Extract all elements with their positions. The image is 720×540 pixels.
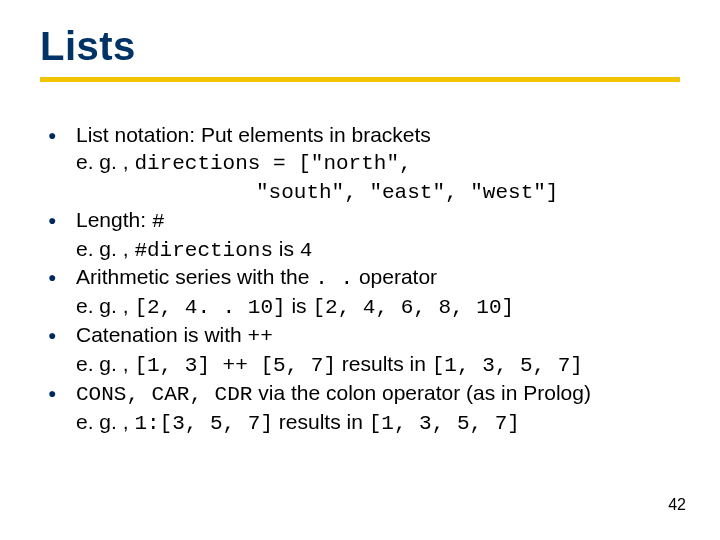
bullet-icon: ● bbox=[44, 322, 76, 348]
item-text: Catenation is with ++ bbox=[76, 322, 273, 351]
title-underline bbox=[40, 77, 680, 82]
bullet-icon: ● bbox=[44, 264, 76, 290]
bullet-icon: ● bbox=[44, 122, 76, 148]
text: Catenation is with bbox=[76, 323, 248, 346]
list-item-example: e. g. , [2, 4. . 10] is [2, 4, 6, 8, 10] bbox=[44, 293, 680, 322]
eg-prefix: e. g. , bbox=[76, 410, 134, 433]
code: [1, 3] ++ [5, 7] bbox=[134, 354, 336, 377]
list-item: ● CONS, CAR, CDR via the colon operator … bbox=[44, 380, 680, 409]
item-text: e. g. , [2, 4. . 10] is [2, 4, 6, 8, 10] bbox=[76, 293, 514, 322]
eg-prefix: e. g. , bbox=[76, 352, 134, 375]
code: . . bbox=[315, 267, 353, 290]
list-item-example: e. g. , #directions is 4 bbox=[44, 236, 680, 265]
list-item-example-cont: "south", "east", "west"] bbox=[44, 178, 680, 207]
list-item-example: e. g. , 1:[3, 5, 7] results in [1, 3, 5,… bbox=[44, 409, 680, 438]
item-text: List notation: Put elements in brackets bbox=[76, 122, 431, 149]
item-text: e. g. , 1:[3, 5, 7] results in [1, 3, 5,… bbox=[76, 409, 520, 438]
list-item: ● Arithmetic series with the . . operato… bbox=[44, 264, 680, 293]
code: 4 bbox=[300, 239, 313, 262]
text: is bbox=[273, 237, 300, 260]
list-item: ● Length: # bbox=[44, 207, 680, 236]
eg-prefix: e. g. , bbox=[76, 237, 134, 260]
item-text: e. g. , directions = ["north", bbox=[76, 149, 412, 178]
eg-prefix: e. g. , bbox=[76, 150, 134, 173]
text: Arithmetic series with the bbox=[76, 265, 315, 288]
item-text: e. g. , [1, 3] ++ [5, 7] results in [1, … bbox=[76, 351, 583, 380]
page-number: 42 bbox=[668, 496, 686, 514]
code: [1, 3, 5, 7] bbox=[369, 412, 520, 435]
text: Length: bbox=[76, 208, 152, 231]
code: [2, 4, 6, 8, 10] bbox=[312, 296, 514, 319]
text: is bbox=[286, 294, 313, 317]
item-text: e. g. , #directions is 4 bbox=[76, 236, 312, 265]
code: directions = ["north", bbox=[134, 152, 411, 175]
item-text: Length: # bbox=[76, 207, 165, 236]
code: CONS, CAR, CDR bbox=[76, 383, 252, 406]
list-item-example: e. g. , [1, 3] ++ [5, 7] results in [1, … bbox=[44, 351, 680, 380]
text: results in bbox=[273, 410, 369, 433]
list-item: ● Catenation is with ++ bbox=[44, 322, 680, 351]
code: 1:[3, 5, 7] bbox=[134, 412, 273, 435]
code: # bbox=[152, 210, 165, 233]
text: operator bbox=[353, 265, 437, 288]
list-item: ● List notation: Put elements in bracket… bbox=[44, 122, 680, 149]
item-text: Arithmetic series with the . . operator bbox=[76, 264, 437, 293]
code: [2, 4. . 10] bbox=[134, 296, 285, 319]
list-item-example: e. g. , directions = ["north", bbox=[44, 149, 680, 178]
code: "south", "east", "west"] bbox=[256, 181, 558, 204]
bullet-icon: ● bbox=[44, 380, 76, 406]
item-text: "south", "east", "west"] bbox=[76, 178, 558, 207]
slide: Lists ● List notation: Put elements in b… bbox=[0, 0, 720, 540]
item-text: CONS, CAR, CDR via the colon operator (a… bbox=[76, 380, 591, 409]
eg-prefix: e. g. , bbox=[76, 294, 134, 317]
bullet-icon: ● bbox=[44, 207, 76, 233]
text: results in bbox=[336, 352, 432, 375]
code: ++ bbox=[248, 325, 273, 348]
code: [1, 3, 5, 7] bbox=[432, 354, 583, 377]
slide-content: ● List notation: Put elements in bracket… bbox=[40, 122, 680, 438]
slide-title: Lists bbox=[40, 24, 680, 69]
code: #directions bbox=[134, 239, 273, 262]
text: via the colon operator (as in Prolog) bbox=[252, 381, 591, 404]
